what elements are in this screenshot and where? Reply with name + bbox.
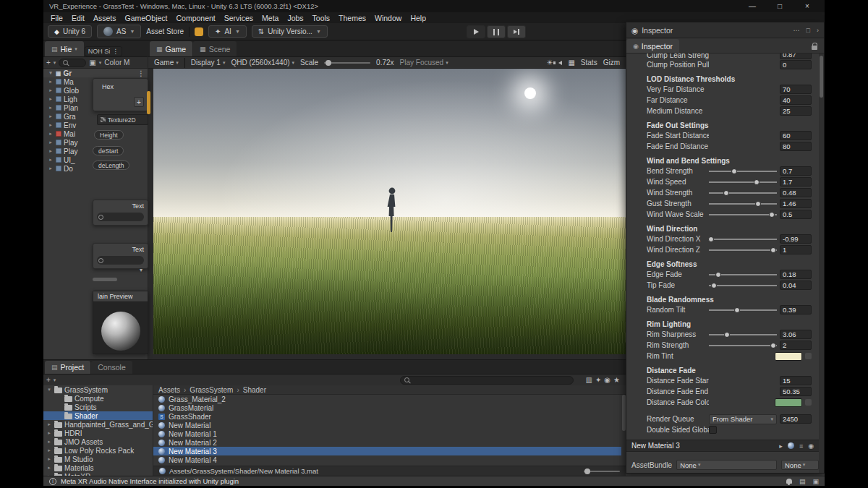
foldout-icon[interactable]: ▸ <box>46 439 52 445</box>
maximize-button[interactable]: □ <box>775 2 784 10</box>
inspector-property-row[interactable]: Render QueueFrom Shader▾2450 <box>626 414 819 424</box>
inspector-property-row[interactable]: Distance Fade Color <box>626 397 819 408</box>
node-slot[interactable] <box>97 213 144 221</box>
pause-button[interactable] <box>487 25 506 38</box>
foldout-icon[interactable]: ▸ <box>46 456 52 462</box>
property-value-field[interactable]: -0.99 <box>780 234 812 244</box>
property-slider[interactable] <box>709 270 777 279</box>
version-control-dropdown[interactable]: ⇅ Unity Versio... ▼ <box>252 25 328 38</box>
next-tab-icon[interactable]: › <box>817 27 819 34</box>
eye-icon[interactable]: ◉ <box>808 442 814 450</box>
inspector-property-row[interactable]: Rim Strength2 <box>626 340 819 351</box>
ai-dropdown[interactable]: ✦ AI ▼ <box>208 25 247 38</box>
render-queue-dropdown[interactable]: From Shader▾ <box>709 414 777 424</box>
display-dropdown[interactable]: Display 1 ▾ <box>191 59 226 67</box>
tab-project[interactable]: ▤ Project <box>45 361 90 374</box>
graph-node[interactable]: Text <box>93 243 148 269</box>
property-slider[interactable] <box>709 246 777 254</box>
thumbnail-zoom-slider[interactable] <box>584 468 620 474</box>
file-row[interactable]: Grass_Material_2 <box>153 395 621 403</box>
file-row[interactable]: New Material <box>153 421 621 429</box>
folder-row[interactable]: ▸HDRI <box>43 429 153 437</box>
game-view-dropdown[interactable]: Game ▾ <box>154 59 179 67</box>
texture-property-field[interactable]: Texture2D <box>97 114 148 125</box>
lock-icon[interactable] <box>812 46 817 50</box>
foldout-icon[interactable]: ▸ <box>48 148 54 154</box>
step-button[interactable] <box>507 25 526 38</box>
breadcrumb-item[interactable]: Shader <box>243 386 266 394</box>
property-value-field[interactable]: 0.04 <box>780 281 812 290</box>
chevron-down-icon[interactable]: ▾ <box>54 377 56 383</box>
maximize-icon[interactable]: □ <box>807 27 810 34</box>
property-pill-height[interactable]: Height <box>94 130 124 140</box>
eyedropper-icon[interactable] <box>805 399 812 406</box>
file-row[interactable]: GrassMaterial <box>153 403 621 412</box>
inspector-property-row[interactable]: Rim Tint <box>626 351 819 361</box>
mute-audio-icon[interactable] <box>558 61 562 65</box>
slider-handle[interactable] <box>770 247 776 253</box>
graph-node[interactable]: Text <box>93 200 148 226</box>
property-pill-fadestart[interactable]: deStart <box>93 146 124 155</box>
property-slider[interactable] <box>709 341 777 350</box>
inspector-property-row[interactable]: Edge Fade0.18 <box>626 269 819 280</box>
node-slot[interactable] <box>97 256 144 265</box>
property-value-field[interactable]: 1 <box>780 245 812 254</box>
property-slider[interactable] <box>709 210 777 219</box>
menu-item-component[interactable]: Component <box>171 14 219 22</box>
menu-item-themes[interactable]: Themes <box>334 14 370 22</box>
game-viewport[interactable] <box>153 69 626 354</box>
scrollbar-thumb[interactable] <box>820 56 823 98</box>
foldout-icon[interactable]: ▸ <box>48 105 54 111</box>
project-search-input[interactable] <box>400 376 574 385</box>
star-icon[interactable]: ★ <box>613 376 620 384</box>
color-swatch[interactable] <box>775 352 802 361</box>
folder-row[interactable]: ▸Handpainted_Grass_and_G <box>43 420 153 429</box>
tab-scene[interactable]: ▦ Scene <box>193 41 237 56</box>
filter-icon[interactable]: ▣ <box>89 59 95 67</box>
menu-item-gameobject[interactable]: GameObject <box>121 14 172 22</box>
property-slider[interactable] <box>709 189 777 197</box>
menu-item-jobs[interactable]: Jobs <box>283 14 307 22</box>
inspector-property-row[interactable]: Medium Distance25 <box>626 106 819 116</box>
foldout-icon[interactable]: ▸ <box>48 131 54 137</box>
foldout-icon[interactable]: ▸ <box>46 448 52 453</box>
inspector-property-row[interactable]: Distance Fade Start15 <box>626 375 819 386</box>
minimize-button[interactable]: — <box>748 2 757 10</box>
slider-handle[interactable] <box>769 212 775 218</box>
property-value-field[interactable]: 60 <box>780 131 812 140</box>
inspector-property-row[interactable]: Wind Direction X-0.99 <box>626 234 819 244</box>
main-preview-panel[interactable]: lain Preview <box>93 291 148 354</box>
assetbundle-variant-dropdown[interactable]: None ▾ <box>781 460 819 470</box>
add-icon[interactable]: + <box>46 376 51 384</box>
property-value-field[interactable]: 15 <box>780 376 812 385</box>
play-button[interactable] <box>467 25 485 38</box>
menu-item-file[interactable]: File <box>46 14 67 22</box>
folder-row[interactable]: ▾GrassSystem <box>43 385 153 394</box>
property-slider[interactable] <box>709 178 777 187</box>
folder-row[interactable]: Shader <box>43 411 153 420</box>
material-footer[interactable]: New Material 3 ▸ ≡ ◉ <box>626 440 819 452</box>
breadcrumb-item[interactable]: GrassSystem <box>190 386 233 394</box>
menu-item-tools[interactable]: Tools <box>308 14 335 22</box>
color-mode-dropdown[interactable]: Color M <box>104 59 129 67</box>
grid-icon[interactable]: ▦ <box>568 59 574 67</box>
console-icon[interactable]: ▤ <box>799 478 806 485</box>
property-slider[interactable] <box>709 235 777 244</box>
foldout-icon[interactable]: ▾ <box>48 70 54 76</box>
info-icon[interactable]: ◉ <box>604 376 610 384</box>
slider-handle[interactable] <box>708 236 714 242</box>
property-value-field[interactable]: 0.18 <box>780 270 812 279</box>
foldout-icon[interactable]: ▸ <box>48 140 54 145</box>
search-input[interactable] <box>59 59 86 67</box>
checkbox[interactable] <box>709 426 717 434</box>
account-dropdown[interactable]: AS ▼ <box>97 25 141 38</box>
file-row[interactable]: New Material 4 <box>153 455 621 464</box>
inspector-property-row[interactable]: Very Far Distance70 <box>626 84 819 95</box>
chevron-down-icon[interactable]: ▾ <box>99 60 102 66</box>
property-slider[interactable] <box>709 306 777 314</box>
property-slider[interactable] <box>709 200 777 208</box>
property-value-field[interactable]: 0.39 <box>780 305 812 314</box>
property-pill-fadelength[interactable]: deLength <box>93 160 129 170</box>
menu-item-meta[interactable]: Meta <box>258 14 283 22</box>
file-row[interactable]: New Material 2 <box>153 438 621 447</box>
